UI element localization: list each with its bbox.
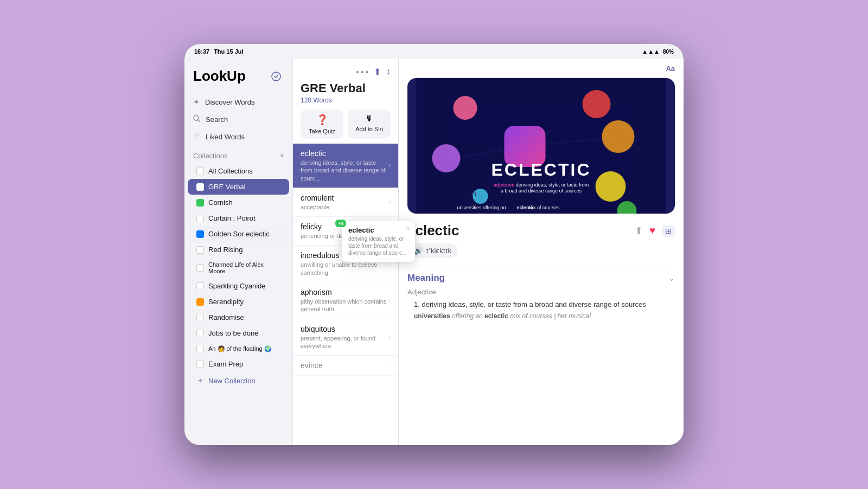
collections-header: Collections ▾ xyxy=(184,145,292,163)
sort-icon[interactable]: ↕ xyxy=(386,67,391,77)
sidebar-item-discover[interactable]: ✦ Discover Words xyxy=(184,93,292,111)
collection-jobs-label: Jobs to be done xyxy=(208,329,259,337)
collection-jobs[interactable]: Jobs to be done xyxy=(188,325,289,341)
collection-dot-randomise xyxy=(196,314,204,321)
svg-text:mix of courses: mix of courses xyxy=(528,205,560,210)
collection-dot-redrising xyxy=(196,246,204,254)
svg-point-10 xyxy=(454,96,477,120)
svg-text:a broad and diverse range of s: a broad and diverse range of sources xyxy=(501,188,582,194)
svg-text:": " xyxy=(471,188,477,206)
sidebar-action-icon[interactable] xyxy=(269,69,284,84)
take-quiz-button[interactable]: ❓ Take Quiz xyxy=(301,110,343,139)
status-bar: 16:37 Thu 15 Jul ▲▲▲ 80% xyxy=(184,44,684,59)
sidebar: LookUp ✦ Discover Words Search xyxy=(184,59,293,445)
part-of-speech-label: Adjective xyxy=(407,288,675,296)
add-to-siri-label: Add to Siri xyxy=(355,126,383,132)
sidebar-item-liked[interactable]: ♡ Liked Words xyxy=(184,128,292,145)
collection-cornish[interactable]: Cornish xyxy=(188,195,289,210)
share-word-icon[interactable]: ⬆ xyxy=(635,225,643,237)
word-name-cromulent: cromulent xyxy=(301,194,388,202)
collection-redrising[interactable]: Red Rising xyxy=(188,242,289,258)
svg-point-13 xyxy=(583,90,611,118)
word-name-ubiquitous: ubiquitous xyxy=(301,325,388,333)
sidebar-item-search[interactable]: Search xyxy=(184,111,292,128)
take-quiz-label: Take Quiz xyxy=(309,128,335,134)
collection-all-label: All Collections xyxy=(208,167,253,175)
right-toolbar: Aa xyxy=(399,59,684,78)
sidebar-header: LookUp xyxy=(184,68,292,93)
middle-toolbar: • • • ⬆ ↕ xyxy=(301,67,391,77)
collection-curtain[interactable]: Curtain : Poirot xyxy=(188,210,289,226)
time: 16:37 xyxy=(194,48,209,55)
speaker-icon: 🔊 xyxy=(414,247,423,255)
word-def-ubiquitous: present, appearing, or found everywhere xyxy=(301,334,388,350)
like-word-button[interactable]: ♥ xyxy=(649,225,655,236)
status-right: ▲▲▲ 80% xyxy=(642,48,674,55)
word-item-ubiquitous[interactable]: ubiquitous present, appearing, or found … xyxy=(293,319,398,356)
word-image-card: ECLECTIC adjective deriving ideas, style… xyxy=(407,78,675,214)
font-size-button[interactable]: Aa xyxy=(666,65,675,73)
collection-dot-jobs xyxy=(196,330,204,337)
word-item-content-aphorism: aphorism pithy observation which contain… xyxy=(301,288,388,313)
word-chevron-eclectic: › xyxy=(388,162,391,169)
heart-icon: ♡ xyxy=(193,132,200,141)
collection-golden[interactable]: Golden Sor eclectic xyxy=(188,226,289,242)
word-def-aphorism: pithy observation which contains general… xyxy=(301,298,388,313)
collection-examprep-label: Exam Prep xyxy=(208,360,243,368)
collection-randomise[interactable]: Randomise xyxy=(188,310,289,325)
meaning-title: Meaning xyxy=(407,273,445,284)
svg-text:adjective
             derivin: adjective deriving ideas, style, or tast… xyxy=(494,182,589,188)
word-detail-title: eclectic xyxy=(407,222,459,239)
collection-gre-label: GRE Verbal xyxy=(208,183,246,191)
new-collection-item[interactable]: ＋ New Collection xyxy=(188,372,289,389)
word-list: eclectic deriving ideas, style, or taste… xyxy=(293,144,398,445)
pronunciation-text: ɪˈklɛktɪk xyxy=(426,247,451,255)
word-name-eclectic: eclectic xyxy=(301,149,388,158)
word-chevron-cromulent: › xyxy=(388,198,391,206)
date: Thu 15 Jul xyxy=(214,48,243,55)
meaning-chevron-icon[interactable]: ⌄ xyxy=(668,274,675,282)
word-item-aphorism[interactable]: aphorism pithy observation which contain… xyxy=(293,282,398,319)
collection-examprep[interactable]: Exam Prep xyxy=(188,356,289,372)
word-item-cromulent[interactable]: cromulent acceptable › xyxy=(293,188,398,217)
tooltip-popup: ✕ eclectic deriving ideas, style, or tas… xyxy=(342,221,415,262)
middle-panel: • • • ⬆ ↕ GRE Verbal 120 Words ❓ Take Qu… xyxy=(293,59,399,445)
word-item-evince[interactable]: evince › xyxy=(293,356,398,376)
collection-charmed[interactable]: Charmed Life of Alex Moore xyxy=(188,258,289,278)
word-chevron-ubiquitous: › xyxy=(388,333,391,341)
add-to-siri-button[interactable]: 🎙 Add to Siri xyxy=(348,110,391,139)
new-collection-label: New Collection xyxy=(208,377,256,385)
collection-serendipity[interactable]: Serendipity xyxy=(188,294,289,310)
word-item-eclectic[interactable]: eclectic deriving ideas, style, or taste… xyxy=(293,144,398,188)
discover-icon: ✦ xyxy=(193,98,200,106)
svg-point-11 xyxy=(432,144,461,172)
collection-all[interactable]: All Collections xyxy=(188,163,289,179)
sidebar-discover-label: Discover Words xyxy=(205,98,255,106)
word-count: 120 Words xyxy=(301,96,391,104)
word-item-content-cromulent: cromulent acceptable xyxy=(301,194,388,211)
svg-text:ECLECTIC: ECLECTIC xyxy=(492,160,591,179)
word-def-cromulent: acceptable xyxy=(301,203,388,211)
word-detail-section: eclectic ⬆ ♥ ⊞ 🔊 ɪˈklɛktɪk Meaning ⌄ xyxy=(399,222,684,320)
collection-dot-sparkling xyxy=(196,282,204,290)
definition-1: 1. deriving ideas, style, or taste from … xyxy=(407,299,675,310)
share-icon[interactable]: ⬆ xyxy=(374,67,381,77)
wifi-icon: ▲▲▲ xyxy=(642,48,660,55)
more-options-icon[interactable]: • • • xyxy=(356,67,368,77)
collection-floating[interactable]: An 🧑 of the floating 🌍 xyxy=(188,341,289,356)
flashcard-button[interactable]: ⊞ xyxy=(662,225,675,237)
svg-point-15 xyxy=(596,171,626,202)
definition-example-1: universities offering an eclectic mix of… xyxy=(407,312,675,320)
collection-sparkling[interactable]: Sparkling Cyanide xyxy=(188,278,289,294)
collection-gre[interactable]: GRE Verbal xyxy=(188,179,289,195)
collection-golden-label: Golden Sor eclectic xyxy=(208,230,270,238)
word-name-aphorism: aphorism xyxy=(301,288,388,297)
word-chevron-evince: › xyxy=(388,362,391,369)
word-detail-actions: ⬆ ♥ ⊞ xyxy=(635,225,675,237)
quiz-icon: ❓ xyxy=(316,114,328,126)
word-detail-header: eclectic ⬆ ♥ ⊞ xyxy=(407,222,675,239)
right-panel: Aa xyxy=(399,59,684,445)
word-item-content-evince: evince xyxy=(301,361,388,370)
tooltip-close-icon[interactable]: ✕ xyxy=(405,225,411,233)
collections-label: Collections xyxy=(193,152,228,160)
